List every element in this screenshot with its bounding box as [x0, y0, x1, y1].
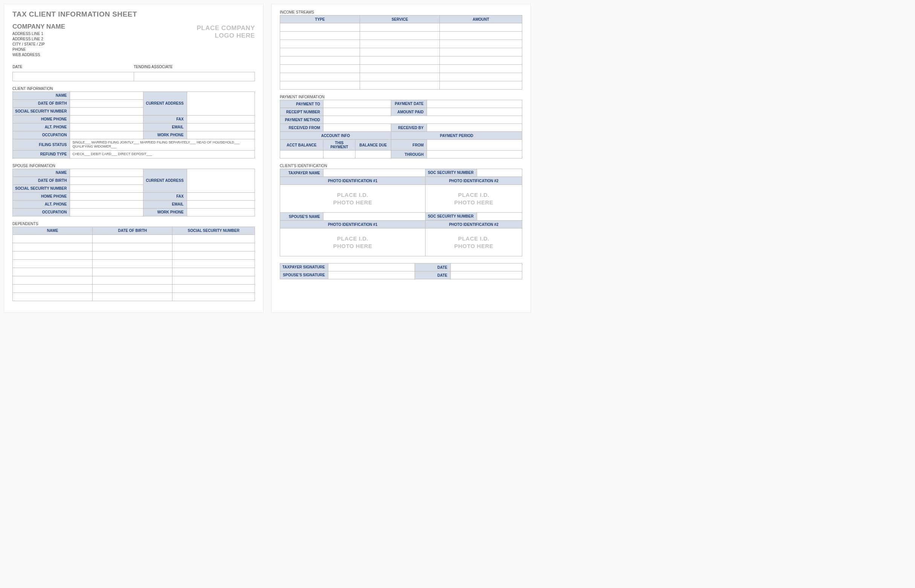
spouse-dob-input[interactable]	[70, 176, 144, 184]
dependent-cell[interactable]	[173, 284, 255, 292]
photo2-label: PHOTO IDENTIFICATION #2	[425, 177, 522, 185]
amount-paid-input[interactable]	[427, 108, 522, 116]
through-input[interactable]	[427, 150, 522, 158]
income-cell[interactable]	[360, 57, 440, 65]
taxpayer-name-input[interactable]	[323, 169, 425, 177]
dependent-cell[interactable]	[93, 284, 173, 292]
dependent-cell[interactable]	[173, 251, 255, 259]
income-cell[interactable]	[440, 65, 522, 73]
payment-to-input[interactable]	[323, 100, 391, 108]
income-cell[interactable]	[360, 65, 440, 73]
dependent-cell[interactable]	[13, 251, 93, 259]
income-cell[interactable]	[440, 81, 522, 90]
income-cell[interactable]	[360, 81, 440, 90]
client-curaddr-input[interactable]	[187, 92, 255, 115]
refund-type-options[interactable]: CHECK___ DEBIT CARD___ DIRECT DEPOSIT___	[70, 150, 255, 158]
income-cell[interactable]	[280, 57, 360, 65]
taxpayer-ssn-input[interactable]	[477, 169, 522, 177]
income-cell[interactable]	[280, 48, 360, 57]
spouse-sig-date-input[interactable]	[451, 271, 522, 279]
spouse-curaddr-input[interactable]	[187, 169, 255, 192]
dependent-cell[interactable]	[13, 234, 93, 243]
this-payment-input[interactable]	[323, 150, 356, 158]
spouse-name-id-input[interactable]	[323, 213, 425, 221]
income-cell[interactable]	[360, 40, 440, 48]
dependent-cell[interactable]	[13, 276, 93, 284]
client-work-input[interactable]	[187, 131, 255, 139]
from-input[interactable]	[427, 140, 522, 150]
income-cell[interactable]	[360, 23, 440, 32]
income-cell[interactable]	[440, 57, 522, 65]
income-cell[interactable]	[360, 32, 440, 40]
spouse-sig-input[interactable]	[328, 271, 415, 279]
dependent-cell[interactable]	[93, 268, 173, 276]
spouse-photo1-placeholder[interactable]: PLACE I.D.PHOTO HERE	[280, 228, 425, 256]
dependent-cell[interactable]	[173, 243, 255, 251]
spouse-photo2-placeholder[interactable]: PLACE I.D.PHOTO HERE	[425, 228, 522, 256]
income-cell[interactable]	[280, 65, 360, 73]
client-ssn-input[interactable]	[70, 107, 144, 115]
spouse-email-input[interactable]	[187, 200, 255, 208]
income-cell[interactable]	[440, 48, 522, 57]
acct-balance-input[interactable]	[280, 150, 323, 158]
taxpayer-photo1-placeholder[interactable]: PLACE I.D.PHOTO HERE	[280, 185, 425, 213]
dependent-cell[interactable]	[173, 234, 255, 243]
dependent-cell[interactable]	[93, 251, 173, 259]
income-cell[interactable]	[280, 23, 360, 32]
client-email-input[interactable]	[187, 123, 255, 131]
dependent-cell[interactable]	[173, 292, 255, 301]
dependent-cell[interactable]	[13, 259, 93, 268]
dependent-cell[interactable]	[93, 234, 173, 243]
income-cell[interactable]	[440, 23, 522, 32]
spouse-work-input[interactable]	[187, 208, 255, 216]
spouse-photo2-label: PHOTO IDENTIFICATION #2	[425, 221, 522, 228]
method-input[interactable]	[323, 116, 522, 124]
spouse-alt-input[interactable]	[70, 200, 144, 208]
received-by-input[interactable]	[427, 124, 522, 132]
dependent-cell[interactable]	[93, 276, 173, 284]
income-cell[interactable]	[440, 40, 522, 48]
dependent-cell[interactable]	[13, 243, 93, 251]
spouse-occ-input[interactable]	[70, 208, 144, 216]
income-cell[interactable]	[440, 73, 522, 81]
income-cell[interactable]	[280, 32, 360, 40]
dependent-cell[interactable]	[13, 292, 93, 301]
client-name-input[interactable]	[70, 92, 144, 99]
client-fax-label: FAX	[144, 115, 187, 123]
dependent-cell[interactable]	[93, 292, 173, 301]
balance-due-input[interactable]	[356, 150, 391, 158]
income-cell[interactable]	[440, 32, 522, 40]
associate-input[interactable]	[134, 72, 255, 81]
spouse-ssn-id-input[interactable]	[477, 213, 522, 221]
spouse-ssn-input[interactable]	[70, 184, 144, 192]
income-cell[interactable]	[280, 81, 360, 90]
income-cell[interactable]	[280, 73, 360, 81]
dependent-cell[interactable]	[173, 268, 255, 276]
dependent-cell[interactable]	[13, 268, 93, 276]
receipt-input[interactable]	[323, 108, 391, 116]
client-occ-input[interactable]	[70, 131, 144, 139]
dependent-cell[interactable]	[93, 259, 173, 268]
taxpayer-sig-input[interactable]	[328, 263, 415, 271]
dependent-cell[interactable]	[93, 243, 173, 251]
spouse-home-input[interactable]	[70, 192, 144, 200]
dependent-cell[interactable]	[13, 284, 93, 292]
payment-date-input[interactable]	[427, 100, 522, 108]
spouse-fax-input[interactable]	[187, 192, 255, 200]
dependent-cell[interactable]	[173, 276, 255, 284]
income-cell[interactable]	[360, 73, 440, 81]
client-fax-input[interactable]	[187, 115, 255, 123]
dependent-cell[interactable]	[173, 259, 255, 268]
filing-status-options[interactable]: SINGLE___ MARRIED FILING JOINTLY___ MARR…	[70, 139, 255, 150]
client-home-input[interactable]	[70, 115, 144, 123]
date-input[interactable]	[13, 72, 134, 81]
taxpayer-photo2-placeholder[interactable]: PLACE I.D.PHOTO HERE	[425, 185, 522, 213]
income-cell[interactable]	[360, 48, 440, 57]
client-dob-input[interactable]	[70, 99, 144, 107]
client-alt-input[interactable]	[70, 123, 144, 131]
received-from-input[interactable]	[323, 124, 391, 132]
address-line-2: ADDRESS LINE 2	[13, 37, 65, 42]
income-cell[interactable]	[280, 40, 360, 48]
spouse-name-input[interactable]	[70, 169, 144, 176]
taxpayer-sig-date-input[interactable]	[451, 263, 522, 271]
